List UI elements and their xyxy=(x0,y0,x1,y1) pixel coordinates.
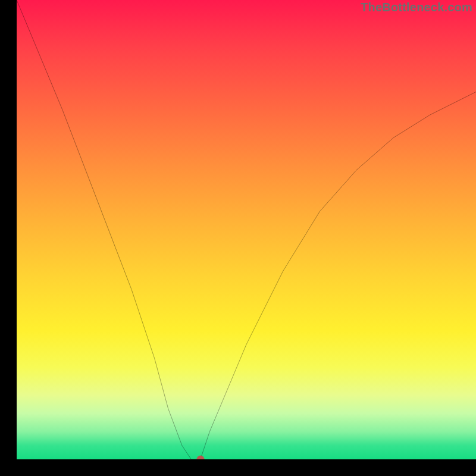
optimal-point-marker xyxy=(196,456,204,460)
plot-area xyxy=(17,0,476,459)
chart-stage: TheBottleneck.com xyxy=(0,0,476,476)
curve-path xyxy=(17,0,476,459)
bottleneck-curve xyxy=(17,0,476,459)
watermark-text: TheBottleneck.com xyxy=(361,1,472,14)
